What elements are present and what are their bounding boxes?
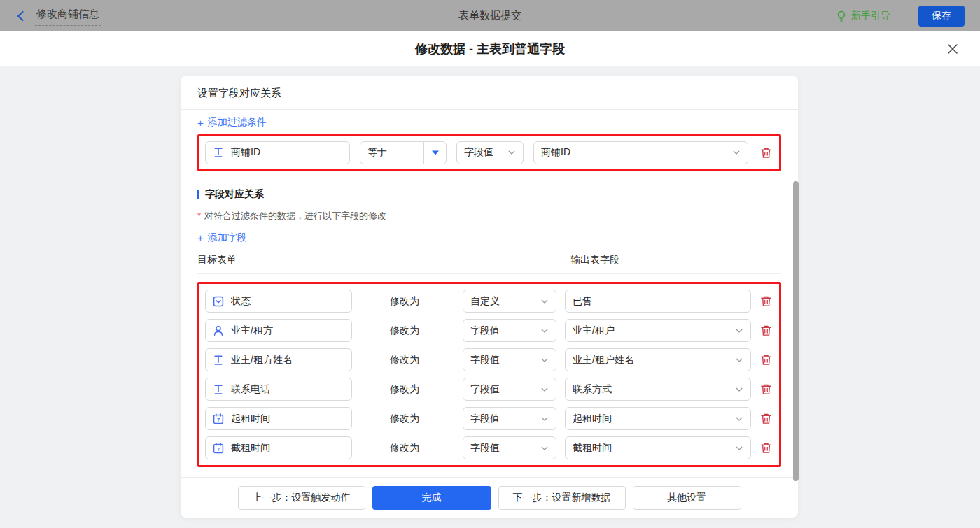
output-value-input[interactable]: 已售	[565, 290, 751, 313]
trash-icon	[760, 413, 772, 424]
delete-row-button[interactable]	[758, 442, 774, 454]
target-field-label: 起租时间	[231, 413, 344, 425]
target-field-input[interactable]: 业主/租方姓名	[205, 348, 352, 371]
operator-label: 等于	[368, 146, 416, 159]
value-type-select[interactable]: 字段值	[463, 348, 556, 371]
close-button[interactable]	[944, 40, 962, 58]
modify-action-label: 修改为	[352, 295, 457, 308]
required-asterisk: *	[197, 211, 201, 221]
chevron-down-icon	[735, 385, 743, 394]
target-field-label: 状态	[231, 295, 344, 308]
output-value-label: 联系方式	[573, 383, 728, 396]
node-title: 表单数据提交	[0, 9, 980, 22]
text-icon	[213, 355, 224, 366]
add-field-label: 添加字段	[208, 231, 247, 244]
caret-down-icon	[432, 150, 439, 155]
value-type-select[interactable]: 字段值	[463, 319, 556, 342]
top-bar: 修改商铺信息 表单数据提交 新手引导 保存	[0, 0, 980, 31]
chevron-down-icon	[540, 444, 549, 452]
output-value-label: 截租时间	[573, 442, 728, 455]
plus-icon: +	[197, 231, 204, 243]
filter-value-type-select[interactable]: 字段值	[456, 141, 524, 164]
target-field-label: 业主/租方姓名	[231, 354, 344, 366]
back-button[interactable]: 修改商铺信息	[15, 6, 101, 26]
card-footer: 上一步：设置触发动作 完成 下一步：设置新增数据 其他设置	[181, 477, 798, 518]
value-type-select[interactable]: 字段值	[463, 407, 556, 430]
modal-header: 修改数据 - 主表到普通字段	[0, 31, 980, 66]
filter-field-input[interactable]: 商铺ID	[205, 141, 350, 164]
field-mapping-card: 设置字段对应关系 + 添加过滤条件 商铺ID 等于 字段值 商铺ID	[181, 76, 798, 518]
filter-condition-row: 商铺ID 等于 字段值 商铺ID	[197, 134, 781, 171]
target-field-label: 业主/租方	[231, 324, 344, 337]
target-field-input[interactable]: 7起租时间	[205, 407, 352, 430]
value-type-label: 字段值	[470, 354, 533, 366]
save-button[interactable]: 保存	[918, 6, 965, 27]
chevron-down-icon	[732, 148, 741, 157]
chevron-down-icon	[540, 297, 549, 306]
chevron-down-icon	[735, 444, 743, 452]
trash-icon	[760, 442, 772, 454]
value-type-select[interactable]: 字段值	[463, 436, 556, 459]
filter-field-label: 商铺ID	[231, 146, 342, 159]
plus-icon: +	[197, 117, 204, 129]
section-title: 字段对应关系	[197, 188, 781, 201]
delete-row-button[interactable]	[758, 413, 774, 424]
modify-action-label: 修改为	[352, 324, 457, 337]
output-value-label: 业主/租户	[573, 324, 728, 337]
field-mapping-row: 状态修改为自定义已售	[205, 290, 774, 313]
chevron-down-icon	[540, 415, 549, 423]
output-field-select[interactable]: 截租时间	[565, 436, 751, 459]
close-icon	[946, 43, 959, 55]
field-mapping-row: 7起租时间修改为字段值起租时间	[205, 407, 774, 430]
date-icon: 7	[213, 413, 224, 424]
field-mapping-list: 状态修改为自定义已售业主/租方修改为字段值业主/租户业主/租方姓名修改为字段值业…	[197, 282, 781, 467]
output-field-select[interactable]: 业主/租户姓名	[565, 348, 751, 371]
delete-row-button[interactable]	[758, 383, 774, 395]
finish-button[interactable]: 完成	[372, 486, 491, 510]
trash-icon	[760, 324, 772, 336]
column-headers: 目标表单 输出表字段	[197, 254, 781, 274]
flow-name-label[interactable]: 修改商铺信息	[35, 6, 101, 26]
text-icon	[213, 384, 224, 395]
modal-title: 修改数据 - 主表到普通字段	[415, 41, 565, 57]
field-mapping-row: 业主/租方修改为字段值业主/租户	[205, 319, 774, 342]
chevron-down-icon	[540, 327, 549, 335]
add-field-link[interactable]: + 添加字段	[197, 231, 247, 244]
accent-bar	[197, 190, 200, 199]
output-field-select[interactable]: 联系方式	[565, 378, 751, 401]
delete-row-button[interactable]	[758, 324, 774, 336]
value-type-select[interactable]: 字段值	[463, 378, 556, 401]
required-note-text: 对符合过滤条件的数据，进行以下字段的修改	[204, 211, 386, 221]
text-icon	[213, 147, 224, 158]
delete-row-button[interactable]	[758, 295, 774, 307]
delete-filter-button[interactable]	[758, 147, 774, 159]
modify-action-label: 修改为	[352, 413, 457, 425]
output-field-select[interactable]: 起租时间	[565, 407, 751, 430]
beginner-guide-button[interactable]: 新手引导	[836, 10, 890, 22]
select-icon	[213, 296, 224, 307]
card-title: 设置字段对应关系	[181, 76, 798, 110]
target-field-input[interactable]: 7截租时间	[205, 436, 352, 459]
target-field-input[interactable]: 业主/租方	[205, 319, 352, 342]
operator-caret-button[interactable]	[424, 142, 446, 164]
section-title-label: 字段对应关系	[205, 188, 264, 201]
output-field-select[interactable]: 业主/租户	[565, 319, 751, 342]
delete-row-button[interactable]	[758, 354, 774, 366]
value-type-label: 自定义	[470, 295, 533, 308]
filter-value-field-select[interactable]: 商铺ID	[533, 141, 748, 164]
trash-icon	[760, 354, 772, 366]
operator-select[interactable]: 等于	[360, 141, 447, 164]
value-type-label: 字段值	[470, 413, 533, 425]
scrollbar-thumb[interactable]	[793, 181, 799, 481]
modify-action-label: 修改为	[352, 442, 457, 455]
value-type-select[interactable]: 自定义	[463, 290, 556, 313]
target-field-input[interactable]: 状态	[205, 290, 352, 313]
svg-text:7: 7	[217, 417, 220, 423]
next-step-button[interactable]: 下一步：设置新增数据	[498, 486, 626, 510]
other-settings-button[interactable]: 其他设置	[633, 486, 741, 510]
target-field-input[interactable]: 联系电话	[205, 378, 352, 401]
add-filter-link[interactable]: + 添加过滤条件	[197, 116, 267, 129]
field-mapping-row: 业主/租方姓名修改为字段值业主/租户姓名	[205, 348, 774, 371]
prev-step-button[interactable]: 上一步：设置触发动作	[238, 486, 365, 510]
user-icon	[213, 325, 224, 336]
